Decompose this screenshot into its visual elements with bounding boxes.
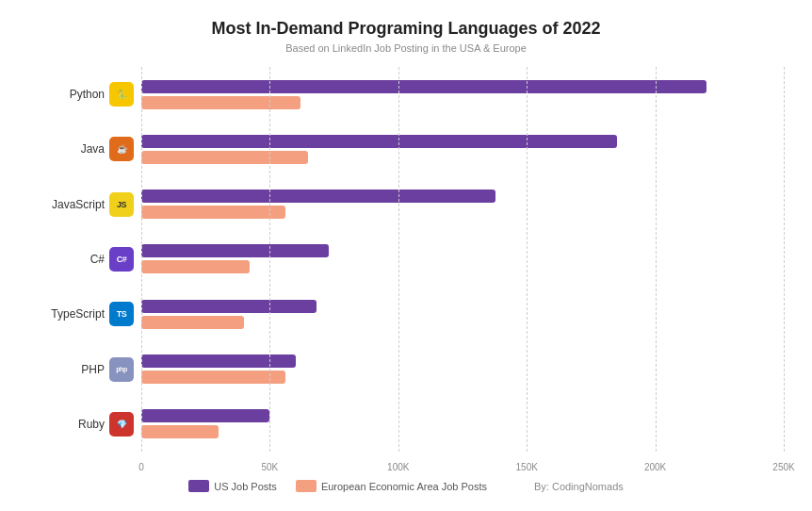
lang-icon: ☕ (109, 137, 134, 161)
bar-wrap-us (141, 244, 784, 257)
bar-wrap-us (141, 190, 784, 203)
y-label-text: TypeScript (51, 307, 105, 321)
y-label-group: C#C# (90, 239, 134, 280)
x-tick: 150K (516, 462, 538, 472)
bar-us (141, 135, 617, 148)
y-label-group: TypeScriptTS (51, 293, 134, 335)
bars-section: 050K100K150K200K250K (141, 67, 784, 472)
legend-eu-box (296, 480, 317, 492)
legend-us-label: US Job Posts (214, 481, 277, 492)
bar-row (141, 404, 784, 445)
bar-row (141, 74, 784, 115)
x-tick: 0 (138, 462, 144, 472)
bar-wrap-eu (141, 206, 784, 219)
chart-container: Most In-Demand Programing Languages of 2… (0, 0, 812, 511)
bar-wrap-us (141, 135, 784, 148)
chart-area: Python🐍Java☕JavaScriptJSC#C#TypeScriptTS… (28, 67, 784, 472)
bar-row (141, 184, 784, 225)
bars-rows (141, 67, 784, 452)
y-label-group: Java☕ (81, 128, 134, 170)
chart-subtitle: Based on LinkedIn Job Posting in the USA… (285, 42, 527, 54)
bar-wrap-eu (141, 425, 784, 438)
bar-wrap-eu (141, 96, 784, 109)
bar-wrap-us (141, 409, 784, 422)
y-label-group: JavaScriptJS (52, 184, 134, 225)
y-label-group: Python🐍 (70, 74, 134, 115)
bar-wrap-us (141, 80, 784, 93)
lang-icon: 💎 (109, 412, 134, 437)
y-labels: Python🐍Java☕JavaScriptJSC#C#TypeScriptTS… (28, 67, 141, 472)
bar-wrap-eu (141, 151, 784, 164)
y-label-group: Ruby💎 (78, 404, 134, 445)
lang-icon: 🐍 (109, 82, 134, 107)
bar-us (141, 409, 269, 422)
bar-row (141, 239, 784, 280)
legend-eu-label: European Economic Area Job Posts (321, 481, 487, 492)
bar-row (141, 349, 784, 390)
bar-us (141, 80, 706, 93)
bar-eu (141, 151, 308, 164)
chart-title: Most In-Demand Programing Languages of 2… (211, 19, 600, 39)
bar-eu (141, 260, 250, 273)
bar-wrap-us (141, 300, 784, 313)
x-axis: 050K100K150K200K250K (141, 452, 784, 472)
bar-wrap-eu (141, 371, 784, 384)
bar-row (141, 293, 784, 335)
y-label-text: Ruby (78, 418, 105, 431)
y-label-text: Python (70, 88, 105, 101)
x-tick: 50K (261, 462, 278, 472)
y-label-text: JavaScript (52, 198, 105, 211)
bar-wrap-us (141, 354, 784, 368)
x-tick: 200K (644, 462, 666, 472)
bar-us (141, 244, 329, 257)
legend-eu-item: European Economic Area Job Posts (296, 480, 487, 492)
legend-us-item: US Job Posts (188, 480, 277, 492)
bar-eu (141, 316, 244, 329)
x-tick: 250K (772, 462, 794, 472)
bar-eu (141, 425, 219, 438)
y-label-group: PHPphp (81, 349, 134, 390)
bar-wrap-eu (141, 260, 784, 273)
legend-credit: By: CodingNomads (534, 481, 624, 492)
bar-eu (141, 371, 285, 384)
legend-us-box (188, 480, 209, 492)
bar-wrap-eu (141, 316, 784, 329)
y-label-text: C# (90, 253, 105, 266)
grid-line (784, 67, 785, 452)
bar-us (141, 354, 296, 368)
bar-eu (141, 96, 300, 109)
bar-us (141, 190, 495, 203)
bar-row (141, 128, 784, 170)
lang-icon: JS (109, 192, 134, 217)
lang-icon: TS (109, 302, 134, 326)
bar-eu (141, 206, 285, 219)
lang-icon: php (109, 357, 134, 382)
x-tick: 100K (387, 462, 409, 472)
y-label-text: Java (81, 142, 105, 156)
lang-icon: C# (109, 247, 134, 272)
legend: US Job Posts European Economic Area Job … (188, 480, 624, 492)
y-label-text: PHP (81, 363, 105, 376)
bar-us (141, 300, 317, 313)
